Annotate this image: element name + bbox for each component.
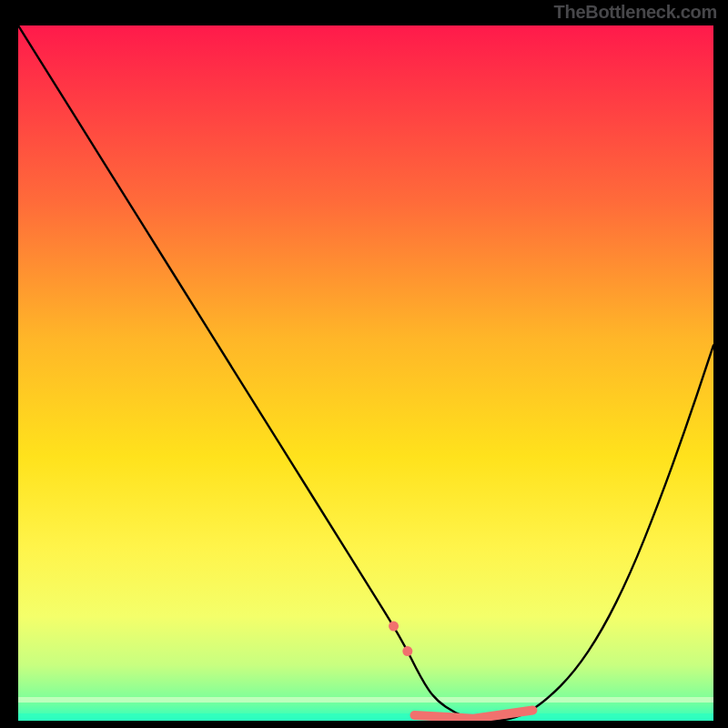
min-band-light — [18, 697, 713, 703]
bottleneck-chart — [18, 25, 713, 721]
min-band-green — [18, 713, 713, 721]
attribution-text: TheBottleneck.com — [554, 2, 717, 23]
marker-dot-2 — [402, 646, 412, 656]
marker-dot-1 — [389, 622, 399, 632]
chart-svg — [18, 25, 713, 721]
